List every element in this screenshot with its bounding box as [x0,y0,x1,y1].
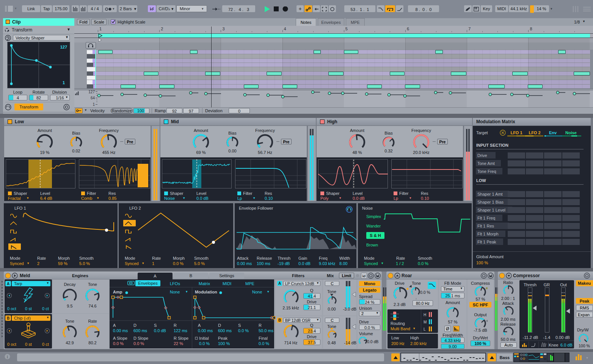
svg-text:127: 127 [60,45,67,49]
svg-text:i: i [7,355,8,359]
svg-text:1: 1 [63,80,65,85]
svg-text:♭♯: ♭♯ [362,274,366,278]
